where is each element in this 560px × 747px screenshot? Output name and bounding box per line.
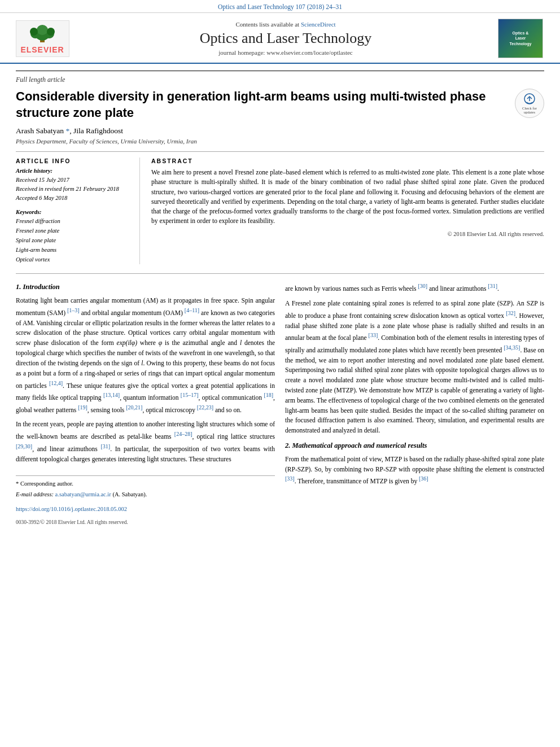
abstract-title: ABSTRACT bbox=[151, 158, 544, 164]
footnote-section: * Corresponding author. E-mail address: … bbox=[16, 475, 275, 526]
article-type: Full length article bbox=[16, 71, 544, 84]
keyword-4: Light-arm beams bbox=[16, 246, 130, 255]
email-link[interactable]: a.sabatyan@urmia.ac.ir bbox=[55, 491, 111, 497]
accepted-date: Accepted 6 May 2018 bbox=[16, 194, 130, 203]
title-row: Considerable diversity in generation lig… bbox=[16, 89, 544, 121]
keyword-1: Fresnel diffraction bbox=[16, 217, 130, 226]
right-para-2: A Fresnel zone plate containing spiral z… bbox=[285, 299, 544, 436]
journal-header: ELSEVIER Contents lists available at Sci… bbox=[0, 13, 560, 64]
history-label: Article history: bbox=[16, 168, 130, 174]
elsevier-logo: ELSEVIER bbox=[11, 20, 73, 57]
doi-line: https://doi.org/10.1016/j.optlastec.2018… bbox=[16, 505, 275, 514]
abstract-text: We aim here to present a novel Fresnel z… bbox=[151, 168, 544, 226]
check-for-updates-badge[interactable]: Check for updates bbox=[515, 89, 544, 118]
journal-title: Optics and Laser Technology bbox=[73, 30, 498, 47]
affiliation: Physics Department, Faculty of Sciences,… bbox=[16, 138, 544, 145]
elsevier-name: ELSEVIER bbox=[20, 45, 64, 54]
intro-para-2: In the recent years, people are paying a… bbox=[16, 420, 275, 464]
volume-text: Optics and Laser Technology 107 (2018) 2… bbox=[218, 3, 342, 10]
article-title: Considerable diversity in generation lig… bbox=[16, 89, 506, 121]
footnote-email: E-mail address: a.sabatyan@urmia.ac.ir (… bbox=[16, 490, 275, 499]
revised-date: Received in revised form 21 February 201… bbox=[16, 185, 130, 194]
math-section-heading: 2. Mathematical approach and numerical r… bbox=[285, 440, 544, 451]
authors-line: Arash Sabatyan *, Jila Rafighdoost bbox=[16, 126, 544, 136]
left-column: 1. Introduction Rotating light beam carr… bbox=[16, 282, 275, 526]
abstract-section: ABSTRACT We aim here to present a novel … bbox=[151, 158, 544, 264]
article-body: Full length article Considerable diversi… bbox=[0, 64, 560, 538]
math-para-1: From the mathematical point of view, MTZ… bbox=[285, 455, 544, 487]
svg-point-5 bbox=[30, 28, 38, 36]
right-para-1: are known by various names such as Ferri… bbox=[285, 282, 544, 294]
article-info-box: ARTICLE INFO Article history: Received 1… bbox=[16, 158, 140, 264]
check-updates-label: Check for updates bbox=[518, 106, 541, 114]
keywords-section: Keywords: Fresnel diffraction Fresnel zo… bbox=[16, 209, 130, 264]
article-info-title: ARTICLE INFO bbox=[16, 158, 130, 164]
updates-icon bbox=[523, 93, 536, 106]
right-column: are known by various names such as Ferri… bbox=[285, 282, 544, 526]
elsevier-tree-icon bbox=[20, 23, 65, 43]
keyword-2: Fresnel zone plate bbox=[16, 226, 130, 236]
svg-point-6 bbox=[47, 28, 55, 36]
svg-point-4 bbox=[37, 25, 48, 35]
journal-cover-image: Optics &LaserTechnology bbox=[498, 19, 549, 58]
received-date: Received 15 July 2017 bbox=[16, 176, 130, 185]
author-names: Arash Sabatyan *, Jila Rafighdoost bbox=[16, 126, 123, 135]
copyright-notice: © 2018 Elsevier Ltd. All rights reserved… bbox=[151, 231, 544, 237]
keywords-label: Keywords: bbox=[16, 209, 130, 215]
journal-center-header: Contents lists available at ScienceDirec… bbox=[73, 21, 498, 56]
intro-heading: 1. Introduction bbox=[16, 282, 275, 292]
doi-link[interactable]: https://doi.org/10.1016/j.optlastec.2018… bbox=[16, 506, 127, 512]
intro-para-1: Rotating light beam carries angular mome… bbox=[16, 296, 275, 415]
footnote-corresponding: * Corresponding author. bbox=[16, 479, 275, 488]
contents-list-text: Contents lists available at ScienceDirec… bbox=[73, 21, 498, 28]
journal-volume-info: Optics and Laser Technology 107 (2018) 2… bbox=[0, 0, 560, 13]
cover-text: Optics &LaserTechnology bbox=[510, 30, 532, 46]
keyword-5: Optical vortex bbox=[16, 255, 130, 265]
sciencedirect-link[interactable]: ScienceDirect bbox=[301, 21, 336, 28]
main-body-columns: 1. Introduction Rotating light beam carr… bbox=[16, 273, 544, 526]
issn-line: 0030-3992/© 2018 Elsevier Ltd. All right… bbox=[16, 518, 275, 526]
keyword-3: Spiral zone plate bbox=[16, 236, 130, 246]
journal-homepage: journal homepage: www.elsevier.com/locat… bbox=[73, 49, 498, 56]
info-abstract-section: ARTICLE INFO Article history: Received 1… bbox=[16, 151, 544, 264]
